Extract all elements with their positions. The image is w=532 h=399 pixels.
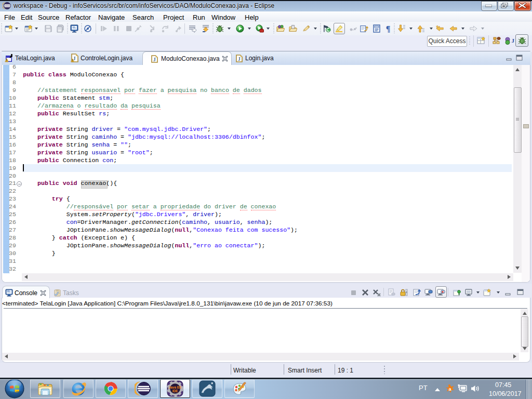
svg-text:Java EE: Java EE [169,385,182,389]
svg-text:IDE: IDE [172,389,178,393]
svg-text:J: J [512,37,515,44]
svg-text:¶: ¶ [386,24,391,33]
svg-text:J: J [153,57,156,62]
svg-text:J: J [238,56,241,62]
